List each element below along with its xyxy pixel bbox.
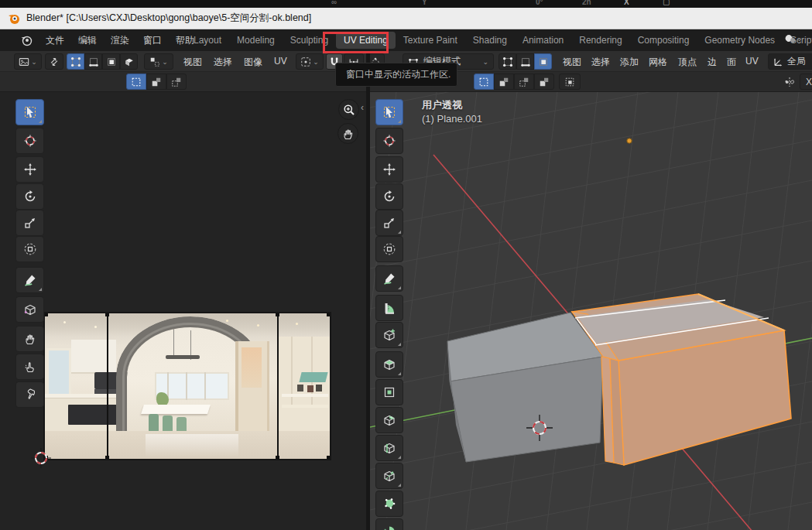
spin-icon [383,525,396,530]
vp-menu-add[interactable]: 添加 [617,55,642,70]
menu-render[interactable]: 渲染 [104,31,136,50]
menu-edit[interactable]: 编辑 [71,31,104,50]
vp-select-mode-subtract-button[interactable] [514,74,534,90]
vp-tool-extrude[interactable] [375,351,403,378]
panel-divider[interactable] [366,51,370,530]
uv-tool-rip-region[interactable] [15,296,44,323]
vertex-select-icon [502,56,513,67]
uv-sync-selection-toggle[interactable] [45,53,63,70]
pan-hand-icon [342,128,355,140]
transform-orientation-dropdown[interactable]: 全局 [768,53,812,70]
select-mode-vertex-button[interactable] [499,53,516,70]
vp-tool-cursor[interactable] [375,128,403,154]
vp-menu-view[interactable]: 视图 [560,55,584,70]
vp-menu-face[interactable]: 面 [724,55,739,70]
uv-image-canvas[interactable] [43,312,331,460]
uv-select-vertex-button[interactable] [67,53,84,70]
vp-select-mode-extend-button[interactable] [494,74,514,90]
uv-tool-annotate[interactable] [15,267,44,293]
uv-tool-scale[interactable] [15,210,44,236]
sidebar-toggle-chevron[interactable]: ‹ [361,102,364,113]
transform-tool-icon [24,243,36,255]
strip-fragment: 2n [582,0,591,6]
vp-tool-annotate[interactable] [375,265,403,292]
select-mode-edge-button[interactable] [516,53,534,70]
uv-select-face-button[interactable] [102,53,120,70]
vp-tool-knife[interactable] [375,463,403,489]
uv-pivot-dropdown[interactable]: ⌄ [296,53,324,70]
vp-menu-edge[interactable]: 边 [704,55,720,70]
uv-select-edge-button[interactable] [84,53,102,70]
uv-editor-type-dropdown[interactable]: ⌄ [14,53,42,70]
uv-sticky-selection-dropdown[interactable]: ⌄ [144,53,173,70]
select-mode-set-button[interactable] [126,74,146,90]
tab-texture-paint[interactable]: Texture Paint [396,32,465,49]
viewport-3d-panel[interactable]: 用户透视 (1) Plane.001 [370,92,812,530]
gray-box-object[interactable] [447,313,603,462]
vp-select-mode-intersect-button[interactable] [559,74,581,90]
tab-modeling[interactable]: Modeling [229,32,283,49]
move-tool-icon [383,163,396,176]
edge-select-icon [520,56,531,67]
vp-menu-select[interactable]: 选择 [588,55,613,70]
uv-zoom-button[interactable] [338,99,359,120]
vp-tool-select-box[interactable] [375,99,403,125]
uv-vertex [276,313,279,316]
vp-tool-add-cube[interactable] [375,322,403,348]
uv-tool-rotate[interactable] [15,183,44,210]
symmetry-icon [783,76,796,88]
vp-tool-transform[interactable] [375,236,403,262]
blender-app-menu-icon[interactable] [20,34,33,46]
uv-tool-grab[interactable] [15,326,44,352]
vp-menu-vertex[interactable]: 顶点 [675,55,700,70]
vp-tool-move[interactable] [375,156,403,183]
vp-tool-scale[interactable] [375,210,403,236]
orientation-axes-icon [773,56,783,67]
select-mode-subtract-button[interactable] [166,74,187,90]
uv-tool-pinch[interactable] [15,381,44,408]
uv-tool-relax[interactable] [15,354,44,380]
tab-shading[interactable]: Shading [465,32,515,49]
uv-editor-panel[interactable]: ‹ [0,92,366,530]
mirror-x-toggle[interactable]: X [800,74,812,90]
tab-rendering[interactable]: Rendering [571,32,629,49]
tab-geometry-nodes[interactable]: Geometry Nodes [697,32,783,49]
vp-select-mode-set-button[interactable] [474,74,494,90]
vp-menu-mesh[interactable]: 网格 [646,55,670,70]
uv-tool-select-box[interactable] [15,99,44,125]
select-mode-extend-button[interactable] [146,74,166,90]
box-extend-icon [499,77,509,87]
uv-select-island-button[interactable] [120,53,138,70]
scene-selector[interactable]: ⌄ [784,32,803,45]
title-bar: Blender* [C:\Users\CXJ\Desktop\gong\baoy… [0,8,812,29]
uv-tool-transform[interactable] [15,236,44,262]
tab-layout[interactable]: Layout [186,32,229,49]
menu-window[interactable]: 窗口 [136,31,169,50]
pano-right-shelves [282,394,328,397]
uv-menu-uv[interactable]: UV [271,55,290,67]
uv-menu-select[interactable]: 选择 [211,55,235,70]
chevron-down-icon: ⌄ [162,59,168,65]
uv-menu-view[interactable]: 视图 [180,55,205,70]
tab-animation[interactable]: Animation [515,32,571,49]
light-object-dot[interactable] [627,138,632,143]
pano-right-cabinet-lines [291,337,293,408]
vp-menu-uv[interactable]: UV [742,55,762,67]
viewport-3d-scene[interactable] [370,92,812,530]
vp-tool-inset[interactable] [375,379,403,405]
vp-tool-bevel[interactable] [375,407,403,433]
uv-box-select-mode-buttons [126,74,187,90]
tab-compositing[interactable]: Compositing [630,32,697,49]
vp-tool-loop-cut[interactable] [375,435,403,461]
vp-select-mode-difference-button[interactable] [534,74,554,90]
vp-tool-rotate[interactable] [375,183,403,210]
select-mode-face-button[interactable] [534,53,552,70]
uv-tool-move[interactable] [15,156,44,183]
menu-file[interactable]: 文件 [39,31,71,50]
vp-tool-measure[interactable] [375,295,403,321]
uv-menu-image[interactable]: 图像 [241,55,266,70]
vp-tool-poly-build[interactable] [375,491,403,517]
vp-tool-spin[interactable] [375,518,403,530]
uv-pan-button[interactable] [337,123,358,144]
uv-tool-cursor[interactable] [15,128,44,154]
